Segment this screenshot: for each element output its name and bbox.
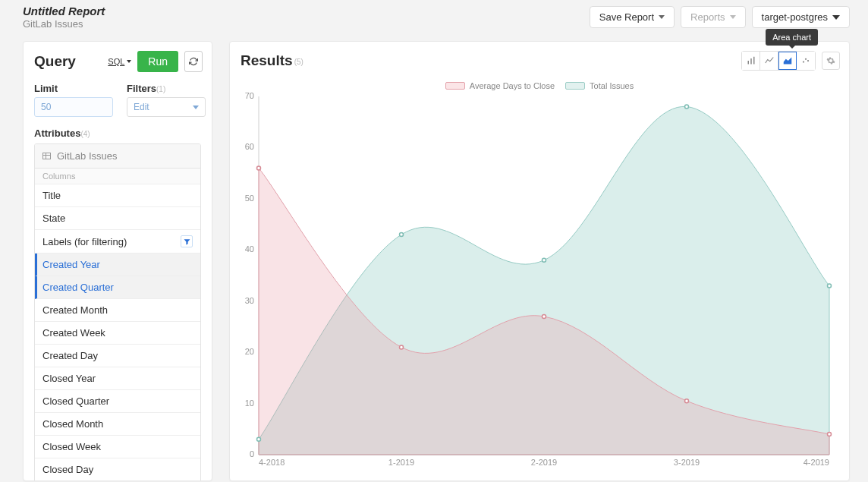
attr-item[interactable]: Closed Year (35, 367, 200, 390)
svg-point-23 (542, 314, 546, 318)
report-title: Untitled Report (23, 5, 105, 17)
svg-rect-1 (750, 58, 752, 65)
refresh-button[interactable] (184, 51, 203, 72)
sql-dropdown[interactable]: SQL (108, 57, 131, 66)
target-dropdown-button[interactable]: target-postgres (752, 6, 850, 28)
svg-text:2-2019: 2-2019 (531, 458, 557, 467)
attr-item[interactable]: Title (35, 184, 200, 207)
line-chart-icon (765, 56, 774, 65)
svg-point-4 (805, 58, 807, 60)
svg-point-21 (257, 166, 261, 170)
svg-point-22 (400, 345, 404, 349)
svg-text:50: 50 (245, 194, 254, 203)
legend-label-1: Average Days to Close (470, 81, 555, 90)
target-label: target-postgres (762, 11, 828, 23)
attributes-label: Attributes(4) (34, 128, 201, 139)
area-chart-button[interactable] (778, 52, 797, 70)
caret-down-icon (659, 15, 665, 19)
limit-label: Limit (34, 83, 113, 94)
table-icon (42, 153, 51, 159)
chart-settings-button[interactable] (822, 52, 840, 70)
gear-icon (826, 56, 835, 65)
svg-text:70: 70 (245, 92, 254, 100)
svg-point-5 (807, 60, 809, 61)
sql-label-text: SQL (108, 57, 124, 66)
svg-rect-0 (747, 61, 749, 65)
attr-item[interactable]: Closed Day (35, 458, 200, 481)
attr-item[interactable]: Created Quarter (35, 276, 200, 299)
attr-item[interactable]: Created Month (35, 299, 200, 322)
svg-text:10: 10 (245, 399, 254, 408)
attr-item[interactable]: Closed Month (35, 413, 200, 436)
attr-item[interactable]: Created Day (35, 345, 200, 367)
filter-icon[interactable] (181, 235, 193, 247)
reports-label: Reports (690, 11, 725, 23)
run-button[interactable]: Run (137, 51, 178, 72)
caret-down-icon (127, 60, 131, 63)
svg-text:20: 20 (245, 347, 254, 356)
chevron-down-icon (832, 15, 840, 20)
svg-point-24 (685, 399, 689, 403)
report-subtitle: GitLab Issues (23, 18, 105, 30)
attr-item[interactable]: State (35, 207, 200, 230)
attr-item[interactable]: Created Week (35, 322, 200, 345)
attr-columns-subheader: Columns (35, 169, 200, 184)
results-title: Results(5) (241, 52, 303, 69)
limit-input[interactable] (34, 97, 113, 117)
svg-text:30: 30 (245, 296, 254, 305)
caret-down-icon (193, 106, 199, 109)
svg-text:0: 0 (250, 449, 254, 458)
area-chart-tooltip: Area chart (766, 29, 818, 46)
svg-rect-2 (753, 57, 755, 65)
bar-chart-icon (747, 56, 756, 65)
area-chart: 0102030405060704-20181-20192-20193-20194… (242, 92, 837, 471)
scatter-chart-button[interactable] (797, 52, 815, 70)
svg-text:4-2019: 4-2019 (804, 458, 829, 467)
query-title: Query (34, 53, 76, 70)
attr-item[interactable]: Created Year (35, 254, 200, 276)
filter-edit-label: Edit (134, 102, 149, 112)
chart-type-toolbar: Area chart (741, 51, 816, 71)
svg-text:3-2019: 3-2019 (674, 458, 700, 467)
area-chart-icon (783, 56, 792, 65)
query-panel: Query SQL Run Limit Filters(1) (23, 41, 212, 481)
filters-label: Filters(1) (127, 83, 206, 94)
chart-legend: Average Days to Close Total Issues (230, 81, 849, 90)
legend-swatch-teal (565, 82, 585, 90)
attr-table-header: GitLab Issues (35, 144, 200, 169)
svg-point-3 (803, 61, 804, 62)
svg-point-27 (400, 233, 404, 237)
reports-dropdown-button[interactable]: Reports (681, 6, 746, 28)
attr-item[interactable]: Labels (for filtering) (35, 230, 200, 254)
legend-swatch-red (445, 82, 465, 90)
svg-point-26 (257, 437, 261, 441)
svg-text:4-2018: 4-2018 (259, 458, 285, 467)
svg-point-30 (828, 284, 832, 288)
svg-point-29 (685, 105, 689, 109)
caret-down-icon (730, 15, 736, 19)
svg-point-25 (828, 433, 832, 436)
svg-point-28 (542, 258, 546, 262)
refresh-icon (189, 57, 198, 66)
svg-text:1-2019: 1-2019 (388, 458, 414, 467)
results-panel: Results(5) Area chart (229, 41, 850, 481)
line-chart-button[interactable] (760, 52, 778, 70)
attr-item[interactable]: Closed Quarter (35, 390, 200, 413)
attr-item[interactable]: Closed Week (35, 436, 200, 458)
bar-chart-button[interactable] (742, 52, 760, 70)
scatter-chart-icon (801, 56, 810, 65)
svg-text:60: 60 (245, 142, 254, 151)
svg-text:40: 40 (245, 244, 254, 254)
legend-label-2: Total Issues (590, 81, 634, 90)
save-report-button[interactable]: Save Report (590, 6, 675, 28)
filters-dropdown[interactable]: Edit (127, 97, 206, 117)
save-report-label: Save Report (599, 11, 654, 23)
